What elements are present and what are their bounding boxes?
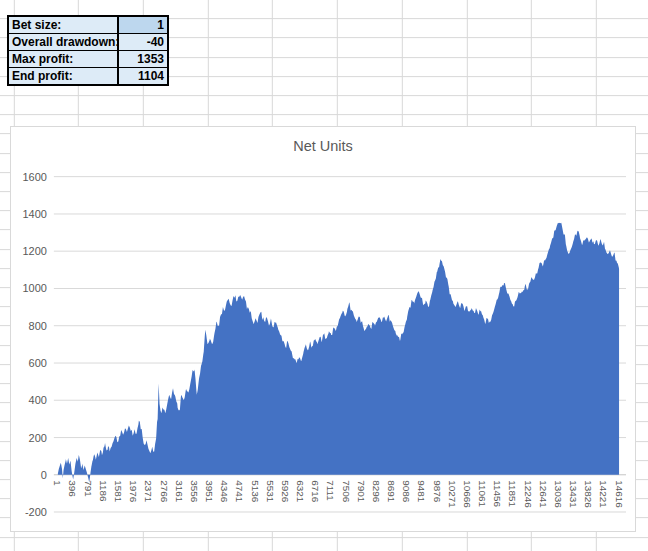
x-axis-tick-label[interactable]: 4346 — [219, 480, 230, 503]
x-axis-tick-label[interactable]: 9876 — [432, 480, 443, 503]
x-axis-tick-label[interactable]: 13431 — [568, 480, 579, 508]
x-axis-tick-label[interactable]: 1581 — [113, 480, 124, 503]
stats-row: Max profit:1353 — [9, 51, 167, 68]
net-units-area-series[interactable] — [58, 223, 619, 483]
y-axis-tick-label[interactable]: 200 — [29, 432, 47, 444]
stats-row: Bet size:1 — [9, 17, 167, 34]
x-axis-tick-label[interactable]: 10666 — [462, 480, 473, 508]
x-axis-tick-label[interactable]: 8691 — [386, 480, 397, 503]
x-axis-tick-label[interactable]: 5531 — [265, 480, 276, 503]
x-axis-tick-label[interactable]: 2766 — [159, 480, 170, 503]
x-axis-tick-label[interactable]: 13036 — [553, 480, 564, 508]
stat-label-cell[interactable]: Overall drawdown: — [9, 34, 119, 50]
x-axis-tick-label[interactable]: 9086 — [401, 480, 412, 503]
x-axis-tick-label[interactable]: 5926 — [280, 480, 291, 503]
y-axis-tick-label[interactable]: 1400 — [23, 208, 47, 220]
stat-value-cell[interactable]: 1104 — [119, 68, 167, 84]
x-axis-tick-label[interactable]: 9481 — [416, 480, 427, 503]
y-axis-tick-label[interactable]: 600 — [29, 357, 47, 369]
y-axis-tick-label[interactable]: 1000 — [23, 283, 47, 295]
x-axis-tick-label[interactable]: 11851 — [507, 480, 518, 507]
x-axis-tick-label[interactable]: 13826 — [583, 480, 594, 508]
x-axis-tick-label[interactable]: 1 — [52, 480, 63, 486]
x-axis-tick-label[interactable]: 8296 — [371, 480, 382, 503]
stats-row: End profit:1104 — [9, 68, 167, 84]
x-axis-tick-label[interactable]: 14616 — [614, 480, 625, 508]
x-axis-tick-label[interactable]: 1186 — [98, 480, 109, 502]
x-axis-tick-label[interactable]: 6716 — [310, 480, 321, 503]
x-axis-tick-label[interactable]: 3951 — [204, 480, 215, 503]
x-axis-tick-label[interactable]: 12246 — [523, 480, 534, 508]
x-axis-tick-label[interactable]: 1976 — [128, 480, 139, 503]
x-axis-tick-label[interactable]: 3556 — [189, 480, 200, 503]
worksheet[interactable]: { "sheet": { "grid_color": "#d8d8d8", "s… — [0, 0, 648, 551]
y-axis-tick-labels[interactable]: -20002004006008001000120014001600 — [23, 171, 47, 518]
x-axis-tick-label[interactable]: 6321 — [295, 480, 306, 503]
x-axis-tick-label[interactable]: 7901 — [356, 480, 367, 503]
stat-label-cell[interactable]: Max profit: — [9, 51, 119, 67]
stats-table[interactable]: Bet size:1Overall drawdown:-40Max profit… — [7, 15, 169, 86]
x-axis-tick-label[interactable]: 11061 — [477, 480, 488, 507]
x-axis-tick-label[interactable]: 7111 — [325, 480, 336, 501]
x-axis-tick-label[interactable]: 5136 — [250, 480, 261, 503]
stat-value-cell[interactable]: -40 — [119, 34, 167, 50]
x-axis-tick-label[interactable]: 791 — [83, 480, 94, 497]
y-axis-tick-label[interactable]: 800 — [29, 320, 47, 332]
x-axis-tick-label[interactable]: 14221 — [598, 480, 609, 508]
stat-label-cell[interactable]: Bet size: — [9, 17, 119, 33]
net-units-chart[interactable]: Net Units -20002004006008001000120014001… — [10, 126, 636, 532]
y-axis-tick-label[interactable]: 1600 — [23, 171, 47, 183]
x-axis-tick-label[interactable]: 10271 — [447, 480, 458, 508]
x-axis-tick-label[interactable]: 396 — [67, 480, 78, 497]
x-axis-tick-label[interactable]: 4741 — [234, 480, 245, 503]
x-axis-tick-labels[interactable]: 1396791118615811976237127663161355639514… — [52, 480, 624, 508]
x-axis-tick-label[interactable]: 2371 — [143, 480, 154, 503]
y-axis-tick-label[interactable]: -200 — [25, 506, 47, 518]
y-axis-tick-label[interactable]: 1200 — [23, 245, 47, 257]
stat-value-cell[interactable]: 1353 — [119, 51, 167, 67]
x-axis-tick-label[interactable]: 3161 — [174, 480, 185, 503]
stats-row: Overall drawdown:-40 — [9, 34, 167, 51]
x-axis-tick-label[interactable]: 7506 — [341, 480, 352, 503]
y-axis-tick-label[interactable]: 400 — [29, 394, 47, 406]
x-axis-tick-label[interactable]: 11456 — [492, 480, 503, 507]
y-axis-tick-label[interactable]: 0 — [41, 469, 47, 481]
chart-plot-area[interactable]: -20002004006008001000120014001600 139679… — [11, 127, 635, 531]
stat-label-cell[interactable]: End profit: — [9, 68, 119, 84]
stats-table-rows: Bet size:1Overall drawdown:-40Max profit… — [9, 17, 167, 84]
x-axis-tick-label[interactable]: 12641 — [538, 480, 549, 508]
stat-value-cell[interactable]: 1 — [119, 17, 167, 33]
